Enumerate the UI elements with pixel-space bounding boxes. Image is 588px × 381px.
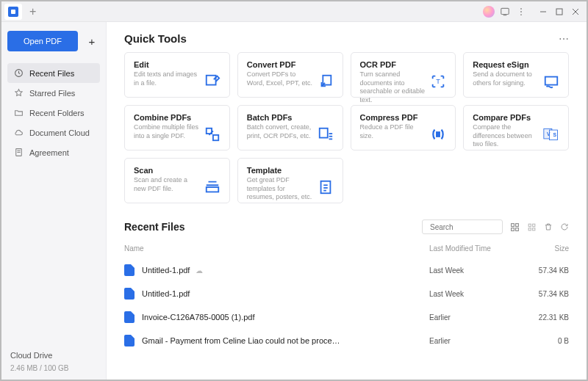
tool-convert-pdf[interactable]: Convert PDFConvert PDFs to Word, Excel, … xyxy=(237,52,343,98)
pdf-icon xyxy=(124,311,135,323)
tool-ocr-pdf[interactable]: OCR PDFTurn scanned documents into searc… xyxy=(351,52,456,98)
tool-desc: Reduce a PDF file size. xyxy=(360,123,426,140)
file-size: 57.34 KB xyxy=(525,290,569,298)
search-input[interactable] xyxy=(422,219,503,234)
tool-desc: Convert PDFs to Word, Excel, PPT, etc. xyxy=(247,70,313,87)
tool-compress-pdf[interactable]: Compress PDFReduce a PDF file size. xyxy=(351,105,456,150)
profile-orb-icon[interactable] xyxy=(481,4,497,20)
sidebar-item-folder[interactable]: Recent Folders xyxy=(7,103,100,123)
svg-rect-41 xyxy=(533,228,535,230)
sidebar-item-label: Recent Files xyxy=(29,69,74,78)
tool-scan[interactable]: ScanScan and create a new PDF file. xyxy=(124,158,230,203)
close-button[interactable] xyxy=(567,4,584,20)
column-size: Size xyxy=(525,244,569,253)
svg-rect-0 xyxy=(501,8,509,14)
storage-text: 2.46 MB / 100 GB xyxy=(10,364,97,372)
file-time: Last Week xyxy=(429,290,525,298)
file-row[interactable]: Gmail - Payment from Celine Liao could n… xyxy=(124,329,569,352)
more-icon[interactable]: ⋯ xyxy=(559,33,569,45)
titlebar: + xyxy=(1,1,587,22)
folder-icon xyxy=(13,108,24,117)
svg-rect-38 xyxy=(528,224,531,226)
file-name: Untitled-1.pdf xyxy=(142,289,190,298)
svg-rect-5 xyxy=(556,9,562,15)
tool-template[interactable]: TemplateGet great PDF templates for resu… xyxy=(237,158,343,203)
tool-icon xyxy=(543,73,559,90)
tool-combine-pdfs[interactable]: Combine PDFsCombine multiple files into … xyxy=(124,105,230,150)
tool-request-esign[interactable]: Request eSignSend a document to others f… xyxy=(463,52,569,98)
tool-desc: Scan and create a new PDF file. xyxy=(134,176,200,193)
list-view-icon[interactable] xyxy=(527,222,537,232)
sidebar-item-agreement[interactable]: Agreement xyxy=(7,142,100,162)
add-button[interactable]: + xyxy=(84,33,100,49)
tool-desc: Batch convert, create, print, OCR PDFs, … xyxy=(247,123,313,140)
tool-desc: Compare the differences between two file… xyxy=(473,123,539,149)
tool-edit[interactable]: EditEdit texts and images in a file. xyxy=(124,52,230,98)
file-row[interactable]: Invoice-C126A785-0005 (1).pdfEarlier22.3… xyxy=(124,305,569,329)
main-panel: Quick Tools ⋯ EditEdit texts and images … xyxy=(107,22,587,380)
file-name: Untitled-1.pdf xyxy=(142,266,190,275)
tool-title: Scan xyxy=(134,166,200,175)
svg-rect-37 xyxy=(516,228,519,231)
svg-point-1 xyxy=(520,7,522,9)
tool-icon xyxy=(204,126,220,142)
svg-rect-36 xyxy=(512,228,514,231)
tool-icon xyxy=(204,73,220,90)
file-size: 22.31 KB xyxy=(525,313,569,322)
sidebar-item-label: Recent Folders xyxy=(29,109,85,117)
tool-batch-pdfs[interactable]: Batch PDFsBatch convert, create, print, … xyxy=(237,105,343,150)
cloud-icon xyxy=(13,128,24,137)
svg-rect-40 xyxy=(528,228,531,230)
tool-title: Batch PDFs xyxy=(247,113,313,122)
tool-icon: T xyxy=(430,73,446,90)
file-size: 0 B xyxy=(525,337,569,345)
cloud-drive-label: Cloud Drive xyxy=(10,351,97,360)
tool-icon xyxy=(318,73,334,90)
star-icon xyxy=(13,88,24,98)
minimize-button[interactable] xyxy=(535,4,551,20)
cloud-icon: ☁ xyxy=(196,266,203,275)
svg-rect-15 xyxy=(545,77,558,85)
tool-desc: Send a document to others for signing. xyxy=(473,70,539,87)
svg-rect-18 xyxy=(319,128,327,138)
refresh-icon[interactable] xyxy=(560,222,569,231)
recent-files-title: Recent Files xyxy=(124,221,184,233)
svg-text:S: S xyxy=(553,132,557,137)
svg-point-2 xyxy=(520,11,522,12)
tool-title: Template xyxy=(247,166,313,175)
sidebar-item-star[interactable]: Starred Files xyxy=(7,83,100,103)
tool-compare-pdfs[interactable]: Compare PDFsCompare the differences betw… xyxy=(463,105,569,150)
new-tab-button[interactable]: + xyxy=(29,5,36,18)
tool-icon: VS xyxy=(543,126,559,142)
feedback-icon[interactable] xyxy=(497,4,513,20)
app-tab[interactable] xyxy=(4,4,22,20)
tool-title: Edit xyxy=(134,60,200,69)
grid-view-icon[interactable] xyxy=(510,222,520,232)
tool-desc: Turn scanned documents into searchable o… xyxy=(360,70,426,105)
file-time: Earlier xyxy=(429,313,525,322)
sidebar-item-recent[interactable]: Recent Files xyxy=(7,63,100,83)
file-row[interactable]: Untitled-1.pdf☁Last Week57.34 KB xyxy=(124,258,569,282)
pdf-icon xyxy=(124,335,135,346)
agreement-icon xyxy=(13,148,24,157)
more-icon[interactable] xyxy=(513,4,529,20)
svg-rect-39 xyxy=(533,224,535,226)
tool-icon xyxy=(318,126,334,142)
file-row[interactable]: Untitled-1.pdfLast Week57.34 KB xyxy=(124,282,569,305)
svg-rect-12 xyxy=(207,76,216,85)
tool-desc: Edit texts and images in a file. xyxy=(134,70,200,87)
tool-title: Compare PDFs xyxy=(473,113,539,122)
sidebar-item-cloud[interactable]: Document Cloud xyxy=(7,123,100,142)
file-time: Last Week xyxy=(429,266,525,275)
maximize-button[interactable] xyxy=(551,4,567,20)
sidebar-item-label: Document Cloud xyxy=(29,128,90,137)
tool-desc: Combine multiple files into a single PDF… xyxy=(134,123,200,140)
file-time: Earlier xyxy=(429,337,525,345)
tool-title: Convert PDF xyxy=(247,60,313,69)
sidebar-item-label: Agreement xyxy=(29,148,69,157)
quick-tools-title: Quick Tools xyxy=(124,32,187,45)
delete-icon[interactable] xyxy=(544,222,553,231)
tool-icon xyxy=(430,126,446,142)
tool-title: Request eSign xyxy=(473,60,539,69)
open-pdf-button[interactable]: Open PDF xyxy=(7,31,78,51)
